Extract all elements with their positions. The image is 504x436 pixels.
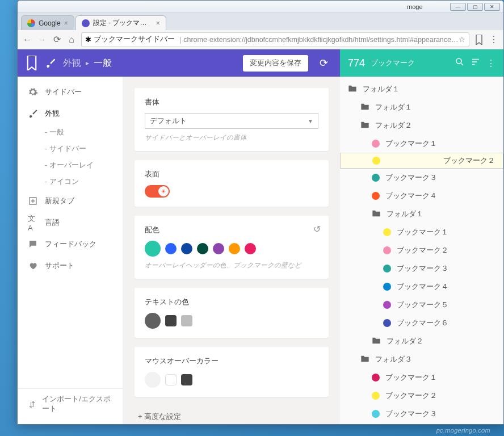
advanced-settings[interactable]: + 高度な設定	[135, 406, 329, 424]
bookmark-row[interactable]: ブックマーク２	[340, 241, 503, 259]
chat-icon	[28, 239, 38, 249]
bookmark-row[interactable]: ブックマーク１	[340, 223, 503, 241]
color-swatch[interactable]	[181, 315, 192, 326]
folder-icon	[360, 121, 369, 131]
settings-main: 書体 デフォルト▼ サイドバーとオーバーレイの書体 表面 ☀ ↺ 配色 オーバー…	[123, 77, 340, 424]
bookmark-row[interactable]: ブックマーク４	[340, 278, 503, 296]
reset-icon[interactable]: ↺	[313, 224, 321, 234]
color-swatch[interactable]	[165, 315, 177, 326]
plus-box-icon	[28, 196, 38, 206]
folder-row[interactable]: フォルダ２	[340, 116, 503, 135]
bookmark-row[interactable]: ブックマーク４	[340, 187, 503, 205]
forward-button[interactable]: →	[37, 35, 47, 45]
color-swatch[interactable]	[145, 241, 161, 257]
reload-button[interactable]: ⟳	[52, 35, 62, 45]
sidebar-item-support[interactable]: サポート	[18, 255, 123, 276]
sidebar-label: 外観	[45, 108, 60, 119]
sidebar-sub-sidebar[interactable]: - サイドバー	[18, 141, 123, 157]
sort-icon[interactable]	[471, 57, 481, 69]
extension-favicon	[82, 19, 90, 27]
color-swatch[interactable]	[165, 243, 177, 254]
tab-settings[interactable]: 設定 - ブックマークサイ ×	[75, 15, 166, 30]
sidebar-item-newtab[interactable]: 新規タブ	[18, 190, 123, 212]
sidebar-import-export[interactable]: ⇵インポート/エクスポート	[18, 388, 123, 420]
tab-close-icon[interactable]: ×	[64, 19, 68, 27]
sidebar-sub-overlay[interactable]: - オーバーレイ	[18, 157, 123, 174]
sidebar-sub-icon[interactable]: - アイコン	[18, 174, 123, 190]
surface-toggle[interactable]: ☀	[145, 185, 170, 198]
color-swatch[interactable]	[145, 372, 161, 388]
bookmark-row[interactable]: ブックマーク２	[340, 387, 503, 405]
sidebar-item-feedback[interactable]: フィードバック	[18, 233, 123, 255]
home-button[interactable]: ⌂	[66, 35, 77, 45]
reload-icon[interactable]: ⟳	[315, 57, 332, 69]
card-title: 表面	[145, 169, 318, 179]
bookmark-row[interactable]: ブックマーク３	[340, 169, 503, 187]
menu-icon[interactable]: ⋮	[489, 35, 499, 45]
sidebar-item-language[interactable]: 文A言語	[18, 212, 123, 233]
window-close-button[interactable]: ✕	[484, 3, 500, 11]
folder-icon	[360, 355, 369, 364]
folder-row[interactable]: フォルダ２	[340, 332, 503, 350]
bookmark-label: ブックマーク	[371, 58, 415, 68]
bookmark-dot-icon	[383, 246, 391, 254]
bookmark-dot-icon	[372, 157, 380, 165]
color-swatch[interactable]	[197, 243, 208, 254]
tree-label: ブックマーク２	[443, 156, 495, 166]
folder-row[interactable]: フォルダ１	[340, 80, 503, 98]
google-favicon	[27, 19, 35, 27]
bookmark-dot-icon	[372, 140, 380, 148]
bookmark-dot-icon	[372, 192, 380, 200]
window-min-button[interactable]: —	[450, 3, 466, 11]
folder-row[interactable]: フォルダ１	[340, 205, 503, 223]
color-swatch[interactable]	[145, 313, 161, 329]
folder-row[interactable]: フォルダ３	[340, 350, 503, 368]
folder-row[interactable]: フォルダ１	[340, 98, 503, 116]
color-swatch[interactable]	[165, 374, 177, 385]
window-max-button[interactable]: ▢	[467, 3, 483, 11]
folder-icon	[360, 103, 369, 112]
bookmark-row[interactable]: ブックマーク６	[340, 314, 503, 332]
bookmark-row[interactable]: ブックマーク５	[340, 296, 503, 314]
sidebar-item-appearance[interactable]: 外観	[18, 103, 123, 124]
bookmark-row[interactable]: ブックマーク３	[340, 259, 503, 278]
url-bar[interactable]: ✱ ブックマークサイドバー | chrome-extension://jdbno…	[81, 32, 469, 47]
card-text-color: テキストの色	[135, 288, 329, 338]
color-swatch[interactable]	[181, 374, 192, 385]
sidebar-item-sidebar[interactable]: サイドバー	[18, 81, 123, 103]
color-swatch[interactable]	[245, 243, 256, 254]
color-swatch[interactable]	[181, 243, 192, 254]
tree-label: ブックマーク３	[397, 263, 448, 274]
card-title: 書体	[145, 97, 318, 107]
bookmark-row[interactable]: ブックマーク１	[340, 135, 503, 153]
tree-label: ブックマーク３	[385, 409, 437, 419]
back-button[interactable]: ←	[22, 35, 32, 45]
browser-window: moge — ▢ ✕ Google × 設定 - ブックマークサイ × ← → …	[17, 0, 504, 425]
tree-label: ブックマーク２	[397, 245, 448, 255]
bookmark-icon[interactable]	[474, 35, 484, 45]
card-font: 書体 デフォルト▼ サイドバーとオーバーレイの書体	[135, 88, 329, 151]
star-icon[interactable]: ☆	[459, 35, 465, 44]
tree-label: ブックマーク１	[385, 372, 437, 383]
font-select[interactable]: デフォルト▼	[145, 113, 318, 129]
scheme-hint: オーバーレイヘッダーの色、ブックマークの壁など	[145, 261, 318, 270]
color-swatch[interactable]	[229, 243, 240, 254]
sidebar-sub-general[interactable]: - 一般	[18, 124, 123, 141]
bookmark-row[interactable]: ブックマーク３	[340, 405, 503, 423]
bookmark-row[interactable]: ブックマーク２	[340, 153, 503, 169]
settings-app: 外観 ▸ 一般 変更内容を保存 ⟳ サイドバー 外観 - 一般 - サイドバー …	[18, 49, 340, 424]
tab-close-icon[interactable]: ×	[156, 19, 160, 27]
bookmark-dot-icon	[383, 283, 391, 291]
bookmark-row[interactable]: ブックマーク１	[340, 368, 503, 387]
settings-header: 外観 ▸ 一般 変更内容を保存 ⟳	[18, 49, 340, 77]
bookmark-row[interactable]: ブックマーク４	[340, 423, 503, 424]
bookmark-dot-icon	[372, 374, 380, 382]
color-swatch[interactable]	[213, 243, 224, 254]
tree-label: ブックマーク４	[385, 191, 437, 201]
menu-icon[interactable]: ⋮	[486, 58, 495, 69]
crumb-appearance[interactable]: 外観	[63, 57, 81, 69]
tab-google[interactable]: Google ×	[21, 15, 74, 30]
save-button[interactable]: 変更内容を保存	[243, 55, 308, 72]
tree-label: フォルダ３	[375, 354, 412, 364]
search-icon[interactable]	[455, 57, 465, 69]
